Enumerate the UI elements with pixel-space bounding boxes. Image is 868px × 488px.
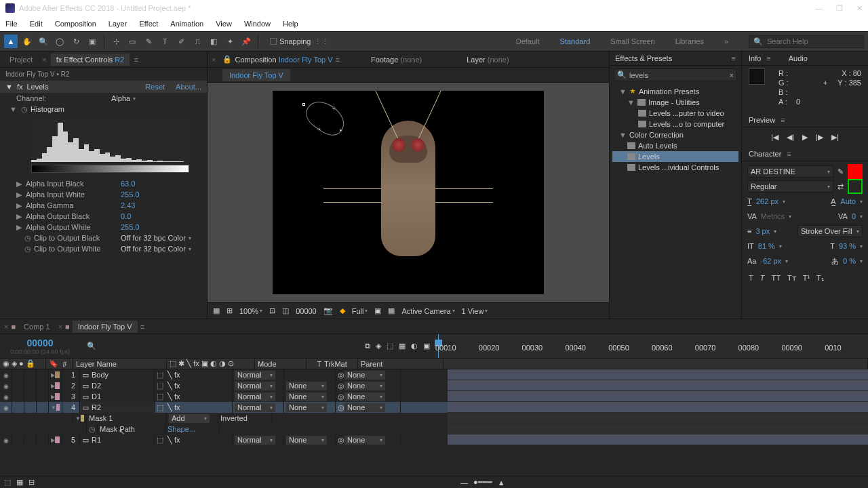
workspace-more-icon[interactable]: » bbox=[724, 37, 728, 45]
tab-project[interactable]: Project bbox=[4, 54, 38, 66]
swap-colors-icon[interactable]: ⇄ bbox=[837, 182, 844, 191]
pen-tool[interactable]: ✎ bbox=[142, 35, 155, 48]
fx-caret-icon[interactable]: ▼ bbox=[5, 83, 13, 91]
layer-name[interactable]: D2 bbox=[92, 382, 101, 390]
layer-name[interactable]: Body bbox=[92, 371, 108, 379]
workspace-small[interactable]: Small Screen bbox=[610, 37, 654, 45]
mask-mode-dropdown[interactable]: Add▾ bbox=[169, 414, 210, 423]
puppet-tool[interactable]: 📌 bbox=[239, 35, 253, 48]
layer-row[interactable]: ▶ 5 ▭R1 ⬚╲fx Normal▾ None▾ ◎None▾ bbox=[0, 434, 868, 445]
audio-tab[interactable]: Audio bbox=[789, 54, 808, 62]
eraser-tool[interactable]: ◧ bbox=[207, 35, 220, 48]
layer-color-icon[interactable] bbox=[55, 436, 60, 443]
pickwhip-icon[interactable]: ◎ bbox=[338, 392, 344, 401]
fx-badge[interactable]: fx bbox=[174, 403, 180, 411]
tab-effect-controls[interactable]: fx Effect Controls R2 bbox=[51, 54, 130, 66]
stopwatch-icon[interactable]: ◷ bbox=[21, 105, 28, 114]
zoom-tool[interactable]: 🔍 bbox=[37, 35, 50, 48]
visibility-toggle[interactable] bbox=[3, 371, 9, 379]
tree-image-utilities[interactable]: ▼Image - Utilities bbox=[612, 97, 738, 108]
panel-menu-icon[interactable]: ≡ bbox=[140, 323, 144, 331]
zoom-in-icon[interactable]: ▲ bbox=[498, 479, 505, 487]
anchor-tool[interactable]: ⊹ bbox=[109, 35, 123, 48]
param-value[interactable]: 255.0 bbox=[121, 223, 140, 231]
layer-color-icon[interactable] bbox=[55, 382, 60, 389]
layer-row[interactable]: ▶ 1 ▭Body ⬚╲fx Normal▾ ◎None▾ bbox=[0, 369, 868, 380]
stroke-color-swatch[interactable] bbox=[848, 179, 863, 194]
mask-inverted-label[interactable]: Inverted bbox=[220, 414, 248, 422]
motion-blur-icon[interactable]: ◐ bbox=[411, 342, 418, 350]
camera-dropdown[interactable]: Active Camera▾ bbox=[401, 307, 454, 315]
layer-expand-icon[interactable]: ▼ bbox=[51, 405, 56, 411]
workspace-libraries[interactable]: Libraries bbox=[675, 37, 704, 45]
stamp-tool[interactable]: ⎍ bbox=[191, 35, 204, 48]
tree-item[interactable]: Levels ...o to computer bbox=[612, 119, 738, 129]
timeline-search-input[interactable] bbox=[96, 342, 190, 350]
channel-dropdown[interactable]: Alpha▾ bbox=[111, 94, 136, 102]
current-timecode[interactable]: 00000 bbox=[27, 338, 54, 348]
menu-effect[interactable]: Effect bbox=[139, 20, 158, 28]
snapshot-icon[interactable]: 📷 bbox=[323, 306, 333, 315]
pickwhip-icon[interactable]: ◎ bbox=[338, 382, 344, 390]
effects-search[interactable]: 🔍 × bbox=[614, 68, 737, 81]
clip-dropdown[interactable]: Off for 32 bpc Color ▾ bbox=[121, 245, 191, 253]
fx-badge[interactable]: fx bbox=[174, 371, 180, 379]
tree-color-correction[interactable]: ▼Color Correction bbox=[612, 129, 738, 140]
lock-icon[interactable]: 🔒 bbox=[222, 55, 232, 64]
next-frame-button[interactable]: |▶ bbox=[816, 133, 823, 142]
layer-name[interactable]: R1 bbox=[92, 436, 101, 444]
fx-toggle-icon[interactable]: fx bbox=[17, 83, 23, 91]
leading-value[interactable]: Auto bbox=[840, 197, 856, 205]
blend-mode-dropdown[interactable]: Normal▾ bbox=[235, 371, 275, 380]
visibility-toggle[interactable] bbox=[3, 382, 9, 390]
mask-row[interactable]: ▼ Mask 1 Add▾ Inverted bbox=[0, 413, 868, 424]
toggle-modes-icon[interactable]: ▦ bbox=[16, 478, 23, 487]
parent-dropdown[interactable]: None▾ bbox=[344, 392, 385, 401]
baseline-value[interactable]: -62 px bbox=[760, 257, 781, 265]
eyedropper-icon[interactable]: ✎ bbox=[837, 167, 844, 176]
rotate-tool[interactable]: ↻ bbox=[69, 35, 83, 48]
first-frame-button[interactable]: |◀ bbox=[771, 133, 778, 142]
info-tab[interactable]: Info bbox=[749, 54, 761, 62]
fx-reset[interactable]: Reset bbox=[145, 83, 165, 91]
param-caret-icon[interactable]: ▶ bbox=[16, 212, 22, 221]
mask-name[interactable]: Mask 1 bbox=[89, 414, 113, 422]
param-caret-icon[interactable]: ▶ bbox=[16, 180, 22, 188]
camera-tool[interactable]: ▣ bbox=[85, 35, 99, 48]
mask-vertex[interactable] bbox=[302, 103, 305, 106]
layer-row-selected[interactable]: ▼ 4 ▭R2 ⬚╲fx Normal▾ None▾ ◎None▾ bbox=[0, 402, 868, 413]
parent-dropdown[interactable]: None▾ bbox=[344, 382, 385, 390]
tree-item-levels[interactable]: Levels bbox=[612, 151, 738, 162]
snap-options-icon[interactable]: ⋮⋮ bbox=[314, 37, 329, 46]
menu-composition[interactable]: Composition bbox=[55, 20, 96, 28]
comp-subtab[interactable]: Indoor Fly Top V bbox=[222, 69, 290, 81]
mask-toggle-icon[interactable]: ◫ bbox=[282, 306, 289, 315]
tab-footage[interactable]: Footage (none) bbox=[371, 56, 422, 64]
graph-editor-icon[interactable]: ▣ bbox=[423, 342, 430, 350]
hscale-value[interactable]: 93 % bbox=[839, 242, 856, 250]
preview-tab[interactable]: Preview bbox=[749, 116, 775, 124]
panel-menu-icon[interactable]: ≡ bbox=[134, 56, 138, 64]
tab-close-icon[interactable]: × bbox=[58, 323, 62, 331]
visibility-toggle[interactable] bbox=[3, 392, 9, 401]
blend-mode-dropdown[interactable]: Normal▾ bbox=[235, 436, 275, 445]
zoom-dropdown[interactable]: 100%▾ bbox=[239, 307, 262, 315]
parent-dropdown[interactable]: None▾ bbox=[344, 436, 385, 445]
stopwatch-icon[interactable]: ◷ bbox=[24, 245, 31, 253]
menu-edit[interactable]: Edit bbox=[30, 20, 43, 28]
panel-menu-icon[interactable]: ≡ bbox=[787, 150, 791, 158]
tree-item[interactable]: Levels ...ividual Controls bbox=[612, 162, 738, 173]
menu-layer[interactable]: Layer bbox=[108, 20, 127, 28]
grid-icon[interactable]: ⊡ bbox=[269, 306, 275, 315]
character-tab[interactable]: Character bbox=[749, 150, 781, 158]
param-value[interactable]: 2.43 bbox=[121, 201, 135, 209]
stopwatch-icon[interactable]: ◷ bbox=[89, 425, 96, 434]
layer-color-icon[interactable] bbox=[55, 393, 60, 400]
fx-about[interactable]: About... bbox=[176, 83, 201, 91]
tracking-value[interactable]: 0 bbox=[852, 212, 856, 220]
trkmat-dropdown[interactable]: None▾ bbox=[286, 403, 327, 412]
hand-tool[interactable]: ✋ bbox=[20, 35, 34, 48]
font-family-dropdown[interactable]: AR DESTINE▾ bbox=[747, 165, 833, 178]
tab-indoor-fly[interactable]: Indoor Fly Top V bbox=[73, 321, 138, 333]
tab-close-icon[interactable]: × bbox=[212, 56, 216, 64]
